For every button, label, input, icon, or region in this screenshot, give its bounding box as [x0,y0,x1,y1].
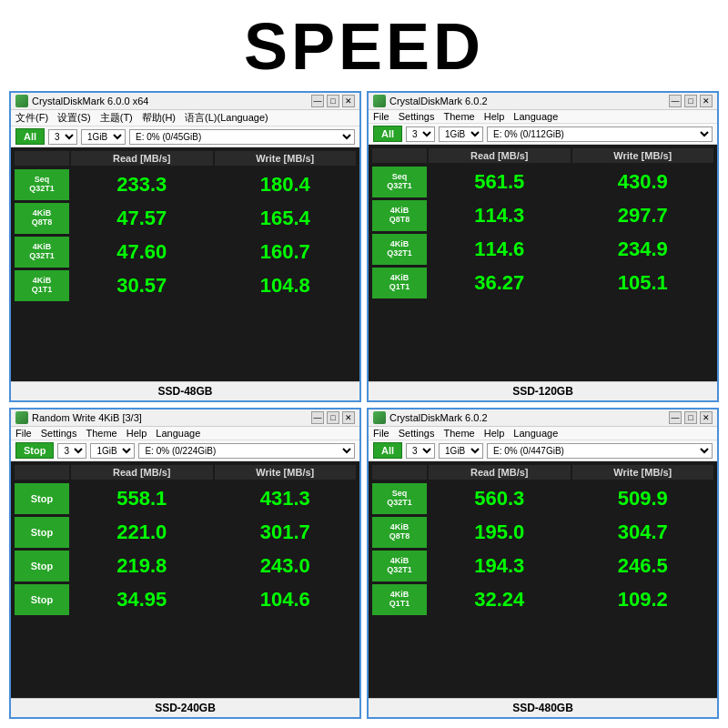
write-value: 104.8 [215,270,357,301]
menu-item[interactable]: Theme [443,428,474,439]
menu-item[interactable]: Help [484,111,505,122]
bench-row: Seq Q32T1561.5430.9 [372,167,713,197]
disk-panel-ssd-240gb: Random Write 4KiB [3/3]—□✕FileSettingsTh… [9,408,361,719]
size-select[interactable]: 1GiB [439,126,483,142]
row-label: 4KiB Q32T1 [15,237,69,268]
minimize-button[interactable]: — [311,411,324,424]
maximize-button[interactable]: □ [327,411,339,424]
toolbar-ssd-48gb: All31GiBE: 0% (0/45GiB) [11,126,359,147]
read-value: 194.3 [429,551,571,581]
drive-select[interactable]: E: 0% (0/45GiB) [129,129,355,145]
stop-button[interactable]: Stop [15,517,69,548]
minimize-button[interactable]: — [669,411,682,424]
maximize-button[interactable]: □ [684,411,697,424]
all-stop-button[interactable]: Stop [15,442,54,459]
bench-row: 4KiB Q8T8114.3297.7 [372,200,713,231]
read-value: 221.0 [71,517,213,548]
read-value: 47.60 [71,237,213,268]
bench-row: Stop34.95104.6 [15,584,356,615]
menu-item[interactable]: Help [484,428,505,439]
menu-item[interactable]: File [15,428,32,439]
drive-select[interactable]: E: 0% (0/224GiB) [138,443,355,459]
close-button[interactable]: ✕ [700,95,713,107]
empty-header [372,148,427,163]
crystal-icon [373,95,386,107]
menu-item[interactable]: 语言(L)(Language) [185,111,268,125]
read-value: 558.1 [71,483,213,514]
size-select[interactable]: 1GiB [90,443,135,459]
write-value: 105.1 [572,268,714,298]
read-value: 195.0 [429,517,571,548]
toolbar-ssd-240gb: Stop31GiBE: 0% (0/224GiB) [11,440,359,461]
count-select[interactable]: 3 [406,126,435,142]
all-stop-button[interactable]: All [373,126,402,142]
stop-button[interactable]: Stop [15,483,69,514]
menu-item[interactable]: Language [513,428,558,439]
bench-content-ssd-48gb: Read [MB/s]Write [MB/s]Seq Q32T1233.3180… [11,147,359,381]
minimize-button[interactable]: — [311,95,324,107]
write-header: Write [MB/s] [215,465,357,480]
bench-header: Read [MB/s]Write [MB/s] [372,465,713,480]
count-select[interactable]: 3 [48,129,77,145]
menu-item[interactable]: File [373,428,389,439]
close-button[interactable]: ✕ [700,411,713,424]
menu-item[interactable]: Language [513,111,558,122]
menu-item[interactable]: Settings [399,428,435,439]
titlebar-ssd-480gb: CrystalDiskMark 6.0.2—□✕ [369,410,717,427]
menu-item[interactable]: Theme [86,428,116,439]
write-value: 109.2 [572,584,714,615]
menu-item[interactable]: Settings [399,111,435,122]
window-title: Random Write 4KiB [3/3] [32,412,142,423]
count-select[interactable]: 3 [57,443,86,459]
bench-row: 4KiB Q32T147.60160.7 [15,237,356,268]
row-label: Seq Q32T1 [15,169,69,200]
menu-item[interactable]: Help [126,428,147,439]
row-label: 4KiB Q8T8 [372,200,427,231]
read-header: Read [MB/s] [429,465,571,480]
size-select[interactable]: 1GiB [81,129,126,145]
menu-item[interactable]: Settings [41,428,77,439]
write-value: 160.7 [215,237,357,268]
bench-header: Read [MB/s]Write [MB/s] [15,151,356,166]
bench-row: 4KiB Q1T130.57104.8 [15,270,356,301]
menu-item[interactable]: Theme [443,111,474,122]
maximize-button[interactable]: □ [327,95,339,107]
write-value: 104.6 [215,584,357,615]
page-title: SPEED [0,0,728,91]
all-stop-button[interactable]: All [15,128,45,145]
menu-item[interactable]: 帮助(H) [142,111,176,125]
write-value: 243.0 [215,551,357,581]
all-stop-button[interactable]: All [373,442,402,459]
stop-button[interactable]: Stop [15,584,69,615]
bench-row: Stop219.8243.0 [15,551,356,581]
count-select[interactable]: 3 [406,443,435,459]
bench-content-ssd-480gb: Read [MB/s]Write [MB/s]Seq Q32T1560.3509… [369,461,717,698]
menu-item[interactable]: Language [156,428,200,439]
drive-select[interactable]: E: 0% (0/112GiB) [487,126,713,142]
bench-row: Seq Q32T1233.3180.4 [15,169,356,200]
close-button[interactable]: ✕ [342,95,355,107]
read-value: 34.95 [71,584,213,615]
minimize-button[interactable]: — [669,95,682,107]
titlebar-ssd-48gb: CrystalDiskMark 6.0.0 x64—□✕ [11,93,359,110]
write-value: 246.5 [572,551,714,581]
stop-button[interactable]: Stop [15,551,69,581]
row-label: 4KiB Q8T8 [372,517,427,548]
read-header: Read [MB/s] [71,465,213,480]
crystal-icon [15,95,28,107]
maximize-button[interactable]: □ [684,95,697,107]
menu-item[interactable]: File [373,111,389,122]
empty-header [15,465,69,480]
write-value: 180.4 [215,169,357,200]
menu-item[interactable]: 设置(S) [57,111,91,125]
menu-item[interactable]: 主题(T) [100,111,133,125]
size-select[interactable]: 1GiB [439,443,483,459]
write-value: 509.9 [572,483,714,514]
menu-item[interactable]: 文件(F) [15,111,48,125]
bench-row: 4KiB Q1T136.27105.1 [372,268,713,298]
drive-select[interactable]: E: 0% (0/447GiB) [487,443,713,459]
close-button[interactable]: ✕ [342,411,355,424]
window-title: CrystalDiskMark 6.0.2 [389,412,488,423]
read-header: Read [MB/s] [429,148,571,163]
row-label: Seq Q32T1 [372,483,427,514]
